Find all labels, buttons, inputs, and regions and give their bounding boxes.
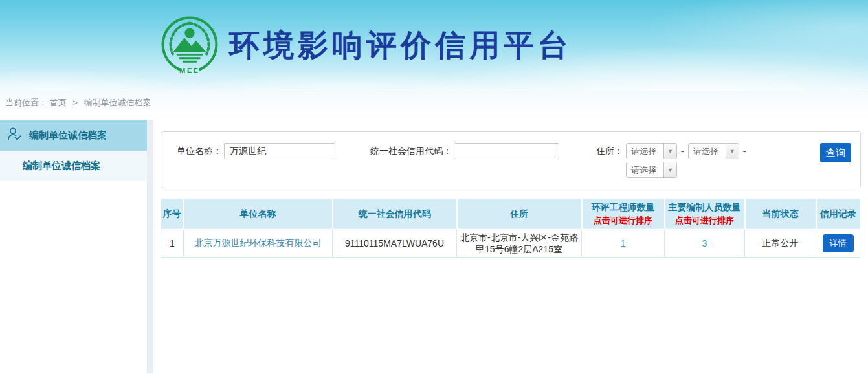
query-button[interactable]: 查询 xyxy=(820,143,851,162)
chevron-down-icon[interactable]: ▼ xyxy=(726,144,739,159)
sidebar: 编制单位诚信档案 编制单位诚信档案 xyxy=(0,115,147,373)
table-row: 1 北京万源世纪环保科技有限公司 91110115MA7LWUA76U 北京市-… xyxy=(161,229,860,258)
col-engineer-count: 环评工程师数量 点击可进行排序 xyxy=(582,199,665,229)
mee-logo-icon: MEE xyxy=(161,16,219,75)
breadcrumb-home-link[interactable]: 首页 xyxy=(50,98,67,107)
company-name-field: 单位名称： xyxy=(177,143,335,159)
sidebar-subitem-label: 编制单位诚信档案 xyxy=(23,160,100,172)
address-field: 住所： 请选择 ▼ - 请选择 ▼ - xyxy=(596,143,750,178)
detail-button[interactable]: 详情 xyxy=(823,234,854,252)
sidebar-item-label: 编制单位诚信档案 xyxy=(29,129,107,142)
col-address: 住所 xyxy=(457,199,582,229)
cell-address: 北京市-北京市-大兴区-金苑路 甲15号6幢2层A215室 xyxy=(457,229,582,258)
cell-credit-code: 91110115MA7LWUA76U xyxy=(333,229,457,258)
credit-code-input[interactable] xyxy=(454,143,559,159)
col-credit-code: 统一社会信用代码 xyxy=(333,199,457,229)
chevron-down-icon[interactable]: ▼ xyxy=(663,144,676,159)
main-layout: 编制单位诚信档案 编制单位诚信档案 单位名称： 统一社会信用代码： 住所： xyxy=(0,115,868,373)
chevron-down-icon[interactable]: ▼ xyxy=(663,162,676,177)
col-status: 当前状态 xyxy=(745,199,816,229)
col-engineer-count-label: 环评工程师数量 xyxy=(583,202,664,214)
address-label: 住所： xyxy=(596,143,623,159)
search-panel: 单位名称： 统一社会信用代码： 住所： 请选择 ▼ xyxy=(161,131,861,188)
sidebar-item-credit-archive[interactable]: 编制单位诚信档案 xyxy=(0,120,147,151)
col-company: 单位名称 xyxy=(184,199,333,229)
engineer-count-link[interactable]: 1 xyxy=(621,238,626,248)
credit-code-field: 统一社会信用代码： xyxy=(370,143,559,159)
province-select[interactable]: 请选择 ▼ xyxy=(626,143,677,159)
cell-index: 1 xyxy=(161,229,184,258)
company-name-input[interactable] xyxy=(224,143,335,159)
breadcrumb-current: 编制单位诚信档案 xyxy=(83,98,151,107)
credit-code-label: 统一社会信用代码： xyxy=(370,146,452,157)
address-dash: - xyxy=(681,146,684,157)
user-check-icon xyxy=(6,126,22,144)
brand: MEE 环境影响评价信用平台 xyxy=(0,0,868,75)
sidebar-divider xyxy=(147,120,153,373)
col-staff-count-label: 主要编制人员数量 xyxy=(665,202,744,214)
col-staff-count: 主要编制人员数量 点击可进行排序 xyxy=(665,199,745,229)
city-select-value: 请选择 xyxy=(689,146,726,157)
address-dash: - xyxy=(743,146,746,157)
company-link[interactable]: 北京万源世纪环保科技有限公司 xyxy=(195,237,322,248)
district-select-value: 请选择 xyxy=(627,164,663,176)
district-select[interactable]: 请选择 ▼ xyxy=(626,162,677,178)
staff-sort-hint[interactable]: 点击可进行排序 xyxy=(665,215,744,226)
breadcrumb: 当前位置： 首页 > 编制单位诚信档案 xyxy=(0,91,868,115)
province-select-value: 请选择 xyxy=(627,146,663,157)
site-header: MEE 环境影响评价信用平台 xyxy=(0,0,868,91)
breadcrumb-prefix: 当前位置： xyxy=(5,98,47,107)
sidebar-subitem-credit-archive[interactable]: 编制单位诚信档案 xyxy=(0,151,147,181)
svg-text:MEE: MEE xyxy=(179,67,199,74)
breadcrumb-separator: > xyxy=(72,98,78,107)
city-select[interactable]: 请选择 ▼ xyxy=(688,143,739,159)
col-credit-record: 信用记录 xyxy=(816,199,860,229)
company-name-label: 单位名称： xyxy=(177,146,222,157)
site-title: 环境影响评价信用平台 xyxy=(229,25,572,66)
engineer-sort-hint[interactable]: 点击可进行排序 xyxy=(583,215,664,226)
cell-status: 正常公开 xyxy=(745,229,816,258)
address-line1: 北京市-北京市-大兴区-金苑路 xyxy=(457,232,581,243)
table-header-row: 序号 单位名称 统一社会信用代码 住所 环评工程师数量 点击可进行排序 主要编制… xyxy=(161,199,860,229)
page: MEE 环境影响评价信用平台 当前位置： 首页 > 编制单位诚信档案 编制单位诚… xyxy=(0,0,868,374)
col-index: 序号 xyxy=(161,199,184,229)
address-line2: 甲15号6幢2层A215室 xyxy=(457,243,581,255)
staff-count-link[interactable]: 3 xyxy=(702,238,707,248)
results-table: 序号 单位名称 统一社会信用代码 住所 环评工程师数量 点击可进行排序 主要编制… xyxy=(161,199,860,258)
address-selects: 请选择 ▼ - 请选择 ▼ - 请选择 xyxy=(626,143,750,178)
content-area: 单位名称： 统一社会信用代码： 住所： 请选择 ▼ xyxy=(153,115,868,373)
